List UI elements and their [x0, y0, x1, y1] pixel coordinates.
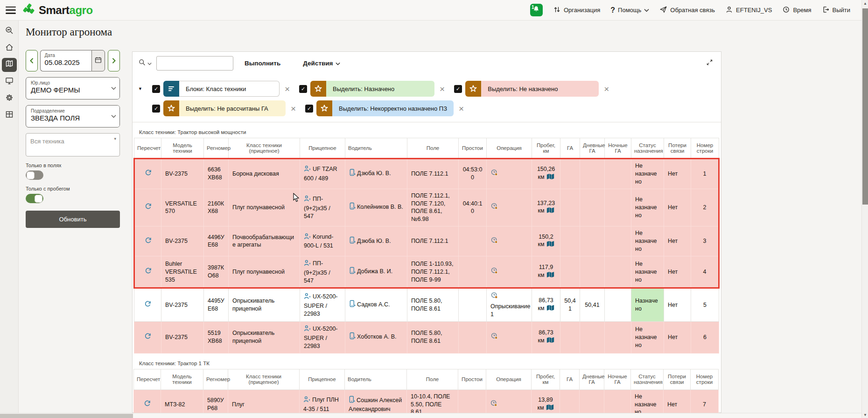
chip-checkbox[interactable]: ✓ [152, 105, 160, 113]
column-header[interactable]: Ночные ГА [605, 138, 631, 159]
execute-button[interactable]: Выполнить [245, 60, 280, 67]
track-map-icon[interactable] [546, 404, 554, 413]
logo[interactable]: Smartagro [22, 3, 93, 18]
chip-remove-icon[interactable]: × [291, 104, 296, 113]
table-row[interactable]: BV-23754495УЕ68Опрыскиватель прицепнойUX… [134, 288, 719, 322]
column-header[interactable]: Водитель [345, 369, 407, 390]
date-next-button[interactable] [108, 50, 120, 71]
column-header[interactable]: Простои [458, 369, 486, 390]
calendar-button[interactable] [91, 50, 105, 71]
recalculate-icon[interactable] [144, 236, 152, 247]
only-with-mileage-toggle[interactable] [26, 194, 43, 203]
scroll-down-arrow[interactable]: ▼ [862, 411, 868, 418]
date-field[interactable]: Дата 05.08.2025 [40, 50, 91, 71]
column-header[interactable]: Операция [486, 369, 532, 390]
recalculate-icon[interactable] [144, 169, 152, 179]
track-map-icon[interactable] [546, 241, 554, 249]
column-header[interactable]: ГА [560, 369, 580, 390]
actions-menu-button[interactable]: Действия [303, 60, 340, 67]
column-header[interactable]: Регномер [204, 138, 229, 159]
chips-expander[interactable]: ▼ [138, 86, 152, 91]
chip-label[interactable]: Выделить: Не назначено [481, 81, 599, 97]
recalculate-icon[interactable] [144, 332, 152, 342]
column-header[interactable]: Статус назначения [631, 138, 664, 159]
date-prev-button[interactable] [26, 50, 38, 71]
horizontal-scrollbar[interactable] [0, 413, 861, 418]
sidebar-item-home[interactable] [2, 41, 17, 55]
chip-label[interactable]: Блоки: Класс техники [179, 81, 280, 97]
chip-remove-icon[interactable]: × [459, 104, 464, 113]
table-row[interactable]: VERSATILE 5702160КХ68Плуг полунавеснойПП… [134, 189, 719, 227]
only-in-fields-toggle[interactable] [26, 170, 43, 180]
sidebar-item-map[interactable] [2, 58, 17, 72]
column-header[interactable]: Класс техники (прицепное) [228, 369, 300, 390]
sidebar-item-table[interactable] [2, 108, 17, 122]
column-header[interactable]: Прицепное [300, 369, 345, 390]
column-header[interactable]: Операция [487, 138, 532, 159]
column-header[interactable]: Дневные ГА [580, 369, 604, 390]
table-row[interactable]: BV-23754496УЕ68Почвообрабатывающие агрег… [134, 227, 719, 256]
column-header[interactable]: Модель техники [161, 138, 204, 159]
sidebar-item-settings[interactable] [2, 92, 17, 106]
column-header[interactable]: Простои [459, 138, 487, 159]
menu-item-feedback[interactable]: Обратная связь [659, 6, 715, 15]
vertical-scrollbar[interactable]: ▲ ▼ [861, 0, 868, 418]
chip-checkbox[interactable]: ✓ [454, 85, 462, 93]
chip-label[interactable]: Выделить: Не рассчитаны ГА [179, 100, 286, 116]
refresh-button[interactable]: Обновить [26, 211, 120, 228]
column-header[interactable]: Потери связи [664, 138, 691, 159]
track-map-icon[interactable] [546, 337, 554, 346]
chip-checkbox[interactable]: ✓ [152, 85, 160, 93]
sidebar-item-monitor[interactable] [2, 75, 17, 89]
hamburger-menu-button[interactable] [6, 7, 16, 14]
vertical-scrollbar-thumb[interactable] [862, 8, 868, 205]
column-header[interactable]: Пересчет [134, 138, 161, 159]
menu-item-organization[interactable]: Организация [553, 6, 600, 15]
equipment-filter-input[interactable]: Вся техника ▾ [26, 133, 120, 156]
menu-item-time[interactable]: Время [782, 6, 811, 15]
column-header[interactable]: Статус назначения [631, 369, 664, 390]
column-header[interactable]: Пробег, км [532, 369, 560, 390]
chip-label[interactable]: Выделить: Некорректно назначено ПЗ [332, 100, 454, 116]
scroll-up-arrow[interactable]: ▲ [862, 0, 868, 7]
column-header[interactable]: Пересчет [134, 369, 161, 390]
recalculate-icon[interactable] [144, 267, 152, 277]
chip-remove-icon[interactable]: × [440, 85, 445, 93]
table-row[interactable]: Buhler VERSATILE 5353987КО68Плуг полунав… [134, 256, 719, 288]
search-column-selector[interactable] [138, 58, 152, 68]
column-header[interactable]: ГА [560, 138, 580, 159]
column-header[interactable]: Поле [407, 138, 459, 159]
chip-remove-icon[interactable]: × [285, 85, 290, 93]
maximize-button[interactable] [706, 58, 714, 68]
column-header[interactable]: Водитель [345, 138, 407, 159]
column-header[interactable]: Класс техники (прицепное) [229, 138, 300, 159]
legal-entity-select[interactable]: Юр.лицо ДЕМО ФЕРМЫ [26, 77, 120, 99]
chip-checkbox[interactable]: ✓ [305, 105, 313, 113]
horizontal-scrollbar-thumb[interactable] [0, 414, 133, 418]
track-map-icon[interactable] [546, 305, 554, 313]
notifications-button[interactable]: 1 [530, 4, 543, 16]
menu-item-help[interactable]: ? Помощь [610, 6, 649, 14]
column-header[interactable]: Поле [407, 369, 458, 390]
menu-item-user[interactable]: EFTENIJ_VS [725, 6, 772, 15]
chip-label[interactable]: Выделить: Назначено [326, 81, 434, 97]
column-header[interactable]: Модель техники [161, 369, 203, 390]
table-row[interactable]: BV-23755519ХВ68Опрыскиватель прицепнойUX… [134, 322, 719, 354]
sidebar-item-analytics[interactable] [2, 24, 17, 38]
recalculate-icon[interactable] [143, 399, 151, 410]
search-input[interactable] [156, 56, 233, 71]
column-header[interactable]: Пробег, км [532, 138, 560, 159]
chip-remove-icon[interactable]: × [604, 85, 609, 93]
column-header[interactable]: Потери связи [664, 369, 691, 390]
column-header[interactable]: Номер строки [691, 138, 719, 159]
recalculate-icon[interactable] [144, 300, 152, 310]
column-header[interactable]: Регномер [203, 369, 228, 390]
chip-checkbox[interactable]: ✓ [299, 85, 307, 93]
column-header[interactable]: Ночные ГА [604, 369, 631, 390]
track-map-icon[interactable] [546, 271, 554, 280]
division-select[interactable]: Подразделение ЗВЕЗДА ПОЛЯ [26, 105, 120, 128]
column-header[interactable]: Прицепное [300, 138, 345, 159]
track-map-icon[interactable] [546, 207, 554, 216]
table-row[interactable]: BV-23756636ХВ68Борона дисковаяUF TZAR 60… [134, 159, 719, 189]
menu-item-logout[interactable]: Выйти [822, 6, 851, 15]
